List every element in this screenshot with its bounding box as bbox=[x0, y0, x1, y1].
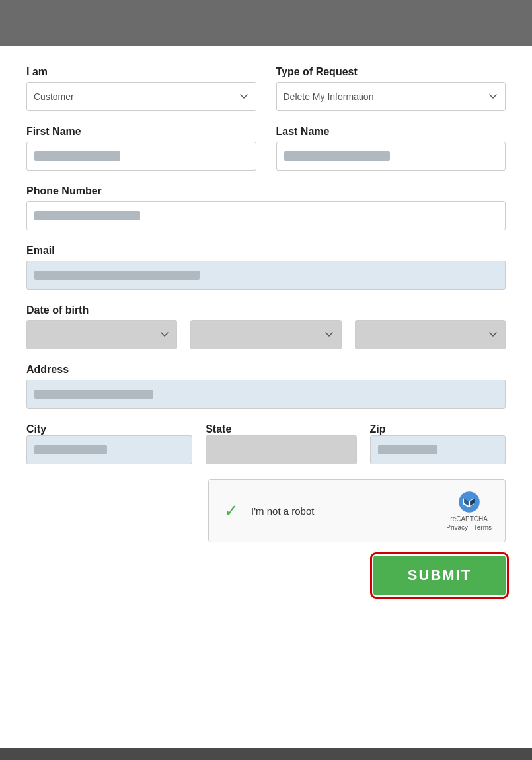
row-dob: Date of birth bbox=[26, 304, 506, 349]
bottom-section: ✓ I'm not a robot reCAPTCHA Privacy - Te… bbox=[26, 479, 506, 609]
city-input[interactable] bbox=[26, 435, 192, 464]
address-group: Address bbox=[26, 364, 506, 409]
form-container: I am Customer Employee Other Type of Req… bbox=[0, 46, 532, 748]
address-wrapper bbox=[26, 380, 506, 409]
submit-wrapper: SUBMIT bbox=[373, 556, 506, 595]
i-am-group: I am Customer Employee Other bbox=[26, 66, 256, 111]
address-label: Address bbox=[26, 364, 506, 376]
phone-wrapper bbox=[26, 201, 506, 230]
zip-label: Zip bbox=[370, 423, 386, 435]
row-city-state-zip: City State Zip bbox=[26, 423, 506, 464]
request-type-group: Type of Request Delete My Information Ac… bbox=[276, 66, 506, 111]
top-bar bbox=[0, 0, 532, 46]
phone-group: Phone Number bbox=[26, 185, 506, 230]
dob-year-select[interactable] bbox=[355, 320, 506, 349]
first-name-wrapper bbox=[26, 142, 256, 171]
i-am-label: I am bbox=[26, 66, 256, 78]
request-type-select[interactable]: Delete My Information Access My Informat… bbox=[276, 82, 506, 111]
i-am-select[interactable]: Customer Employee Other bbox=[26, 82, 256, 111]
row-email: Email bbox=[26, 245, 506, 290]
last-name-input[interactable] bbox=[276, 142, 506, 171]
submit-button[interactable]: SUBMIT bbox=[373, 556, 506, 595]
state-group: State bbox=[206, 423, 356, 464]
first-name-label: First Name bbox=[26, 126, 256, 138]
email-label: Email bbox=[26, 245, 506, 257]
dob-day-select[interactable] bbox=[190, 320, 341, 349]
city-label: City bbox=[26, 423, 46, 435]
phone-input[interactable] bbox=[26, 201, 506, 230]
dob-selects bbox=[26, 320, 506, 349]
city-wrapper bbox=[26, 435, 192, 464]
dob-label: Date of birth bbox=[26, 304, 506, 316]
dob-group: Date of birth bbox=[26, 304, 506, 349]
email-input[interactable] bbox=[26, 261, 506, 290]
recaptcha-links: Privacy - Terms bbox=[446, 524, 492, 531]
recaptcha-container[interactable]: ✓ I'm not a robot reCAPTCHA Privacy - Te… bbox=[208, 479, 506, 542]
recaptcha-logo: reCAPTCHA Privacy - Terms bbox=[446, 490, 492, 531]
row-phone: Phone Number bbox=[26, 185, 506, 230]
first-name-input[interactable] bbox=[26, 142, 256, 171]
address-input[interactable] bbox=[26, 380, 506, 409]
checkmark-icon: ✓ bbox=[222, 501, 241, 520]
last-name-label: Last Name bbox=[276, 126, 506, 138]
email-wrapper bbox=[26, 261, 506, 290]
row-selects: I am Customer Employee Other Type of Req… bbox=[26, 66, 506, 111]
row-names: First Name Last Name bbox=[26, 126, 506, 171]
recaptcha-text: I'm not a robot bbox=[251, 505, 314, 517]
bottom-bar bbox=[0, 748, 532, 760]
dob-month-select[interactable] bbox=[26, 320, 177, 349]
state-select[interactable] bbox=[206, 435, 356, 464]
zip-group: Zip bbox=[370, 423, 506, 464]
row-address: Address bbox=[26, 364, 506, 409]
email-group: Email bbox=[26, 245, 506, 290]
request-type-label: Type of Request bbox=[276, 66, 506, 78]
zip-wrapper bbox=[370, 435, 506, 464]
zip-input[interactable] bbox=[370, 435, 506, 464]
first-name-group: First Name bbox=[26, 126, 256, 171]
last-name-group: Last Name bbox=[276, 126, 506, 171]
recaptcha-brand: reCAPTCHA bbox=[450, 515, 488, 523]
state-label: State bbox=[206, 423, 231, 435]
recaptcha-icon bbox=[457, 490, 481, 514]
city-group: City bbox=[26, 423, 192, 464]
last-name-wrapper bbox=[276, 142, 506, 171]
phone-label: Phone Number bbox=[26, 185, 506, 197]
recaptcha-left: ✓ I'm not a robot bbox=[222, 501, 314, 520]
